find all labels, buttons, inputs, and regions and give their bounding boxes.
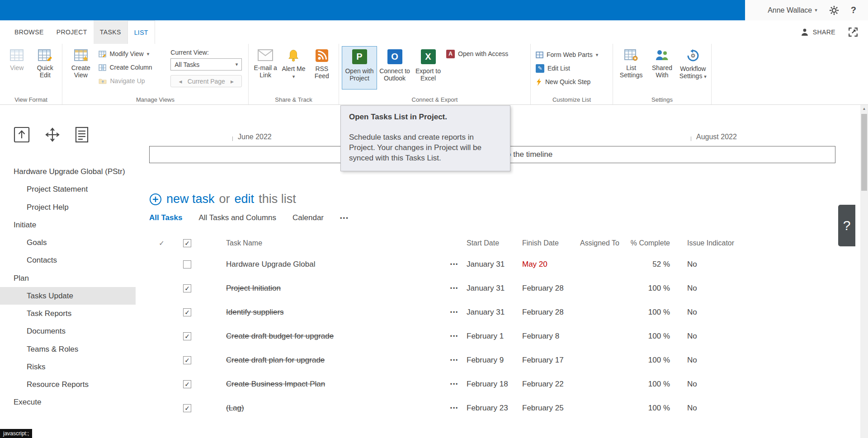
task-name[interactable]: Identify suppliers xyxy=(217,308,443,317)
header-issue-indicator[interactable]: Issue Indicator xyxy=(674,239,780,247)
sidebar-item[interactable]: Task Reports xyxy=(0,305,136,322)
view-tab[interactable]: All Tasks and Columns xyxy=(198,213,276,222)
task-name[interactable]: Create draft plan for upgrade xyxy=(217,356,443,365)
row-ellipsis-button[interactable]: ••• xyxy=(443,357,466,363)
sidebar-item[interactable]: Documents xyxy=(0,322,136,340)
user-menu[interactable]: Anne Wallace ▾ xyxy=(768,6,817,14)
header-pct-complete[interactable]: % Complete xyxy=(622,239,674,247)
row-checkbox[interactable] xyxy=(183,404,191,412)
create-column-button[interactable]: Create Column xyxy=(96,61,168,73)
sidebar-item[interactable]: Teams & Roles xyxy=(0,340,136,358)
edit-list-button[interactable]: ✎ Edit List xyxy=(533,62,610,74)
view-tabs-more-button[interactable]: ••• xyxy=(340,215,349,221)
ribbon-tab-tasks[interactable]: TASKS xyxy=(94,20,127,44)
row-ellipsis-button[interactable]: ••• xyxy=(443,285,466,292)
row-ellipsis-button[interactable]: ••• xyxy=(443,333,466,339)
finish-date: February 8 xyxy=(521,332,579,341)
open-with-access-button[interactable]: A Open with Access xyxy=(444,48,519,60)
task-name[interactable]: Project Initiation xyxy=(217,284,443,293)
modify-view-button[interactable]: Modify View ▾ xyxy=(96,48,168,60)
current-page-pager[interactable]: ◂ Current Page ▸ xyxy=(170,75,242,87)
header-finish-date[interactable]: Finish Date xyxy=(521,239,579,247)
row-checkbox[interactable] xyxy=(183,260,191,268)
sidebar-item[interactable]: Hardware Upgrade Global (PStr) xyxy=(0,163,136,180)
quick-edit-button[interactable]: Quick Edit xyxy=(31,46,60,89)
view-button[interactable]: View xyxy=(3,46,31,89)
task-name[interactable]: (Lag) xyxy=(217,404,443,413)
current-page-label: Current Page xyxy=(188,78,225,85)
sidebar-item[interactable]: Initiate xyxy=(0,216,136,234)
workflow-settings-button[interactable]: Workflow Settings ▾ xyxy=(678,46,708,89)
new-task-link[interactable]: new task xyxy=(166,192,215,206)
ribbon-group-share-track: E-mail a Link Alert Me ▾ RSS Feed Share … xyxy=(249,44,339,104)
header-start-date[interactable]: Start Date xyxy=(466,239,521,247)
scroll-up-icon[interactable]: ▲ xyxy=(860,105,868,113)
help-panel-button[interactable]: ? xyxy=(838,205,855,246)
tooltip-title: Open Tasks List in Project. xyxy=(349,113,502,122)
task-name[interactable]: Create Business Impact Plan xyxy=(217,380,443,389)
sidebar-item[interactable]: Execute xyxy=(0,393,136,411)
row-ellipsis-button[interactable]: ••• xyxy=(443,405,466,411)
ribbon-tab-project[interactable]: PROJECT xyxy=(50,20,94,44)
start-date: January 31 xyxy=(466,284,521,293)
task-name[interactable]: Create draft budget for upgrade xyxy=(217,332,443,341)
edit-list-link[interactable]: edit xyxy=(235,192,255,206)
ribbon-tab-browse[interactable]: BROWSE xyxy=(8,20,50,44)
sidebar-item[interactable]: Project Statement xyxy=(0,180,136,198)
sidebar-item[interactable]: Contacts xyxy=(0,251,136,269)
shared-with-button[interactable]: Shared With xyxy=(646,46,677,89)
focus-on-content-icon[interactable] xyxy=(848,27,858,37)
row-checkbox[interactable] xyxy=(183,380,191,388)
sidebar-item[interactable]: Plan xyxy=(0,269,136,287)
next-page-icon[interactable]: ▸ xyxy=(231,78,234,85)
new-quick-step-button[interactable]: New Quick Step xyxy=(533,76,610,88)
task-name[interactable]: Hardware Upgrade Global xyxy=(217,260,443,269)
header-task-name[interactable]: Task Name xyxy=(217,239,443,247)
row-ellipsis-button[interactable]: ••• xyxy=(443,261,466,268)
share-button[interactable]: SHARE xyxy=(800,28,835,36)
row-ellipsis-button[interactable]: ••• xyxy=(443,309,466,316)
form-web-parts-button[interactable]: Form Web Parts ▾ xyxy=(533,49,610,61)
sidebar-item[interactable]: Tasks Update xyxy=(0,287,136,305)
create-column-icon xyxy=(99,64,106,71)
bell-icon xyxy=(288,49,299,62)
sidebar-item[interactable]: Project Help xyxy=(0,198,136,216)
plus-circle-icon[interactable] xyxy=(149,193,162,206)
gear-icon[interactable] xyxy=(829,5,839,15)
promote-icon[interactable] xyxy=(14,127,30,143)
ribbon-tab-list[interactable]: LIST xyxy=(127,20,155,44)
select-all-checkbox[interactable] xyxy=(183,239,191,247)
sidebar-item[interactable]: Goals xyxy=(0,234,136,251)
outline-icon[interactable] xyxy=(75,127,89,143)
table-row: Create Business Impact Plan ••• February… xyxy=(149,372,782,396)
export-to-excel-button[interactable]: X Export to Excel xyxy=(412,46,444,89)
email-icon xyxy=(258,49,273,61)
sidebar-item[interactable]: Risks xyxy=(0,358,136,376)
row-checkbox[interactable] xyxy=(183,332,191,340)
scrollbar-thumb[interactable] xyxy=(861,114,867,191)
view-icon xyxy=(10,49,24,61)
vertical-scrollbar[interactable]: ▲ xyxy=(860,105,868,438)
current-view-value: All Tasks xyxy=(175,61,199,68)
create-view-button[interactable]: Create View xyxy=(65,46,96,89)
view-tab[interactable]: All Tasks xyxy=(149,213,182,222)
header-assigned-to[interactable]: Assigned To xyxy=(579,239,622,247)
navigate-up-button[interactable]: Navigate Up xyxy=(96,75,168,87)
row-checkbox[interactable] xyxy=(183,308,191,316)
help-icon[interactable]: ? xyxy=(851,5,856,15)
row-ellipsis-button[interactable]: ••• xyxy=(443,381,466,387)
open-with-project-button[interactable]: P Open with Project xyxy=(342,46,377,89)
row-checkbox[interactable] xyxy=(183,284,191,292)
connect-to-outlook-button[interactable]: O Connect to Outlook xyxy=(377,46,412,89)
move-icon[interactable] xyxy=(44,127,61,143)
alert-me-button[interactable]: Alert Me ▾ xyxy=(279,46,307,89)
current-view-dropdown[interactable]: All Tasks ▾ xyxy=(170,58,242,71)
rss-feed-button[interactable]: RSS Feed xyxy=(308,46,336,89)
list-settings-button[interactable]: List Settings xyxy=(616,46,646,89)
previous-page-icon[interactable]: ◂ xyxy=(179,78,182,85)
email-a-link-button[interactable]: E-mail a Link xyxy=(251,46,279,89)
sidebar-item[interactable]: Resource Reports xyxy=(0,376,136,393)
row-checkbox[interactable] xyxy=(183,356,191,364)
task-table-header: ✓ Task Name Start Date Finish Date Assig… xyxy=(149,234,782,252)
view-tab[interactable]: Calendar xyxy=(292,213,324,222)
